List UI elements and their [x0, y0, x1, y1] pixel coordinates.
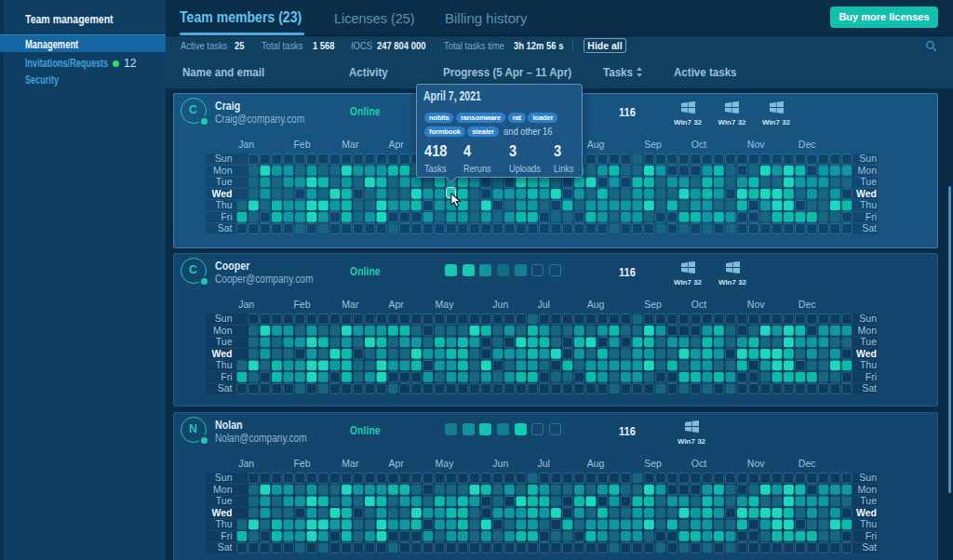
svg-text:Wed: Wed: [212, 188, 233, 199]
svg-text:Tue: Tue: [860, 336, 877, 347]
svg-text:Sep: Sep: [644, 139, 662, 150]
svg-text:Sat: Sat: [862, 541, 877, 553]
svg-text:Tue: Tue: [860, 495, 877, 506]
svg-text:Mar: Mar: [342, 458, 359, 469]
svg-text:Tue: Tue: [216, 336, 233, 347]
svg-text:Jun: Jun: [492, 458, 508, 469]
svg-text:Fri: Fri: [866, 530, 877, 541]
svg-text:Thu: Thu: [215, 359, 232, 370]
svg-text:Jan: Jan: [238, 458, 254, 469]
svg-text:Mon: Mon: [858, 165, 878, 176]
svg-text:May: May: [436, 299, 455, 310]
svg-text:Oct: Oct: [691, 139, 706, 150]
svg-text:Mar: Mar: [342, 139, 359, 150]
svg-text:Sun: Sun: [859, 153, 877, 164]
svg-text:Apr: Apr: [388, 458, 404, 469]
svg-text:Sat: Sat: [218, 222, 233, 233]
svg-text:Thu: Thu: [860, 518, 877, 529]
svg-text:Thu: Thu: [860, 199, 877, 210]
svg-text:May: May: [436, 458, 455, 469]
svg-text:Thu: Thu: [215, 199, 232, 210]
svg-text:Aug: Aug: [587, 458, 605, 469]
svg-text:Apr: Apr: [388, 139, 404, 150]
svg-text:Mon: Mon: [213, 165, 233, 176]
svg-text:Dec: Dec: [799, 139, 816, 150]
svg-text:Fri: Fri: [866, 371, 877, 382]
svg-text:Nov: Nov: [747, 458, 765, 469]
svg-text:Nov: Nov: [747, 139, 765, 150]
svg-text:Fri: Fri: [221, 371, 232, 382]
svg-text:Mon: Mon: [858, 325, 878, 336]
svg-text:Tue: Tue: [860, 176, 877, 187]
svg-text:Sun: Sun: [215, 153, 233, 164]
svg-text:Dec: Dec: [799, 299, 816, 310]
svg-text:Fri: Fri: [866, 211, 877, 222]
svg-text:Tue: Tue: [216, 176, 233, 187]
svg-text:Fri: Fri: [221, 211, 232, 222]
svg-text:Feb: Feb: [293, 458, 310, 469]
svg-text:Aug: Aug: [587, 299, 605, 310]
svg-text:Wed: Wed: [212, 348, 233, 359]
svg-text:Mar: Mar: [342, 299, 359, 310]
svg-text:Thu: Thu: [215, 518, 232, 529]
svg-text:Oct: Oct: [691, 458, 706, 469]
svg-text:Thu: Thu: [860, 359, 877, 370]
svg-text:Sat: Sat: [218, 382, 233, 393]
svg-text:Fri: Fri: [221, 530, 232, 541]
svg-text:Sun: Sun: [215, 472, 233, 483]
svg-text:Wed: Wed: [856, 188, 877, 199]
svg-text:Sun: Sun: [859, 472, 877, 483]
svg-text:Wed: Wed: [856, 348, 877, 359]
svg-text:Jul: Jul: [537, 299, 549, 310]
svg-text:Oct: Oct: [691, 299, 706, 310]
svg-text:Wed: Wed: [212, 507, 233, 518]
svg-text:Mon: Mon: [858, 484, 878, 495]
svg-text:Jan: Jan: [238, 299, 254, 310]
svg-text:Feb: Feb: [293, 299, 310, 310]
svg-text:Tue: Tue: [216, 495, 233, 506]
svg-text:Apr: Apr: [388, 299, 404, 310]
svg-text:Jun: Jun: [492, 299, 508, 310]
svg-text:Sat: Sat: [862, 222, 877, 233]
svg-text:Nov: Nov: [747, 299, 765, 310]
svg-text:Wed: Wed: [856, 507, 877, 518]
svg-text:Sun: Sun: [215, 313, 233, 324]
svg-text:Feb: Feb: [293, 139, 310, 150]
svg-text:Sat: Sat: [218, 541, 233, 553]
svg-text:Mon: Mon: [213, 325, 233, 336]
svg-text:Dec: Dec: [799, 458, 816, 469]
svg-text:Sat: Sat: [862, 382, 877, 393]
svg-text:Jan: Jan: [238, 139, 254, 150]
svg-text:Sun: Sun: [859, 313, 877, 324]
svg-text:Sep: Sep: [644, 299, 662, 310]
svg-text:Jul: Jul: [537, 458, 549, 469]
svg-text:Sep: Sep: [644, 458, 662, 469]
svg-text:Aug: Aug: [587, 139, 605, 150]
svg-text:Mon: Mon: [213, 484, 233, 495]
